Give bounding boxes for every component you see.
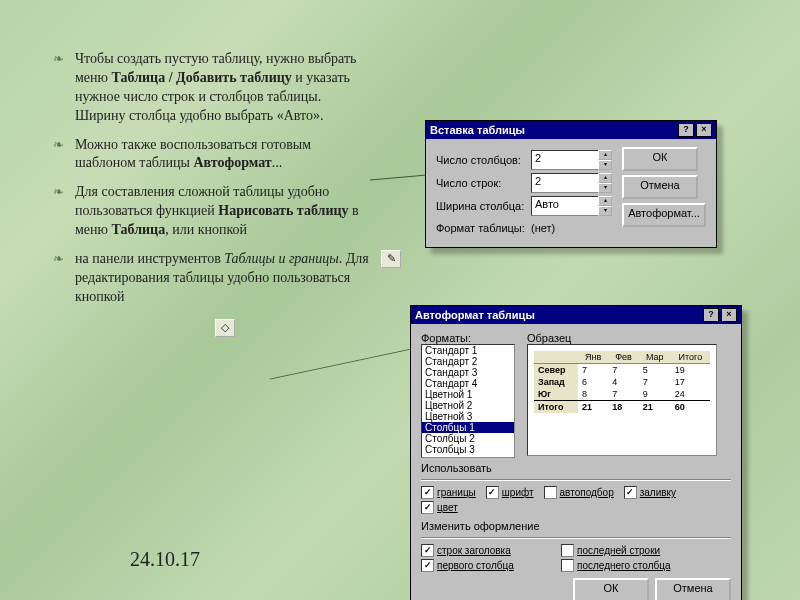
bullet-1: Чтобы создать пустую таблицу, нужно выбр… [75,50,375,126]
preview-box: ЯнвФевМарИтогоСевер77519Запад64717Юг8792… [527,344,717,456]
help-icon[interactable]: ? [703,308,719,322]
checkbox-borders[interactable]: ✓границы [421,486,476,499]
date: 24.10.17 [130,548,200,571]
checkbox-fill[interactable]: ✓заливку [624,486,714,499]
formats-listbox[interactable]: Стандарт 1Стандарт 2Стандарт 3Стандарт 4… [421,344,515,458]
checkbox-font[interactable]: ✓шрифт [486,486,534,499]
list-item[interactable]: Цветной 1 [422,389,514,400]
text: , или кнопкой [165,222,247,237]
preview-table: ЯнвФевМарИтогоСевер77519Запад64717Юг8792… [534,351,710,413]
eraser-icon: ◇ [215,319,235,337]
text: на панели инструментов [75,251,224,266]
list-item[interactable]: Столбцы 3 [422,444,514,455]
list-item[interactable]: Столбцы 2 [422,433,514,444]
list-item[interactable]: Стандарт 1 [422,345,514,356]
checkbox-header-row[interactable]: ✓строк заголовка [421,544,551,557]
italic-text: Таблицы и границы [224,251,338,266]
checkbox-first-col[interactable]: ✓первого столбца [421,559,551,572]
columns-input[interactable]: 2 [531,150,599,170]
list-item[interactable]: Стандарт 3 [422,367,514,378]
cancel-button[interactable]: Отмена [622,175,698,199]
rows-label: Число строк: [436,177,531,189]
format-value: (нет) [531,222,555,234]
ok-button[interactable]: ОК [573,578,649,600]
list-item[interactable]: Столбцы 1 [422,422,514,433]
use-group-label: Использовать [421,462,731,474]
bold-text: Автоформат [194,155,272,170]
text: ... [272,155,283,170]
formats-label: Форматы: [421,332,515,344]
list-item[interactable]: Цветной 2 [422,400,514,411]
autoformat-dialog: Автоформат таблицы ? × Форматы: Стандарт… [410,305,742,600]
list-item[interactable]: Стандарт 4 [422,378,514,389]
bold-text: Таблица [112,222,166,237]
arrow-to-autoformat-dialog [270,345,427,379]
cancel-button[interactable]: Отмена [655,578,731,600]
width-label: Ширина столбца: [436,200,531,212]
bold-text: Таблица / Добавить таблицу [112,70,292,85]
bold-text: Нарисовать таблицу [218,203,348,218]
bullet-3: Для составления сложной таблицы удобно п… [75,183,375,240]
rows-input[interactable]: 2 [531,173,599,193]
list-item[interactable]: Стандарт 2 [422,356,514,367]
columns-spinner[interactable]: ▴▾ [598,150,610,170]
slide-text: Чтобы создать пустую таблицу, нужно выбр… [75,50,375,338]
autoformat-button[interactable]: Автоформат... [622,203,706,227]
checkbox-last-col[interactable]: последнего столбца [561,559,671,572]
insert-table-dialog: Вставка таблицы ? × Число столбцов: 2 ▴▾… [425,120,717,248]
width-spinner[interactable]: ▴▾ [598,196,610,216]
change-group-label: Изменить оформление [421,520,731,532]
list-item[interactable]: Цветной 3 [422,411,514,422]
close-icon[interactable]: × [721,308,737,322]
sample-label: Образец [527,332,717,344]
ok-button[interactable]: ОК [622,147,698,171]
bullet-4: на панели инструментов Таблицы и границы… [75,250,375,307]
format-label: Формат таблицы: [436,222,531,234]
titlebar: Автоформат таблицы ? × [411,306,741,324]
help-icon[interactable]: ? [678,123,694,137]
pencil-icon: ✎ [381,250,401,268]
checkbox-color[interactable]: ✓цвет [421,501,458,514]
dialog-title: Автоформат таблицы [415,309,535,321]
titlebar: Вставка таблицы ? × [426,121,716,139]
bullet-2: Можно также воспользоваться готовым шабл… [75,136,375,174]
checkbox-last-row[interactable]: последней строки [561,544,660,557]
checkbox-autofit[interactable]: автоподбор [544,486,614,499]
dialog-title: Вставка таблицы [430,124,525,136]
close-icon[interactable]: × [696,123,712,137]
rows-spinner[interactable]: ▴▾ [598,173,610,193]
width-input[interactable]: Авто [531,196,599,216]
columns-label: Число столбцов: [436,154,531,166]
